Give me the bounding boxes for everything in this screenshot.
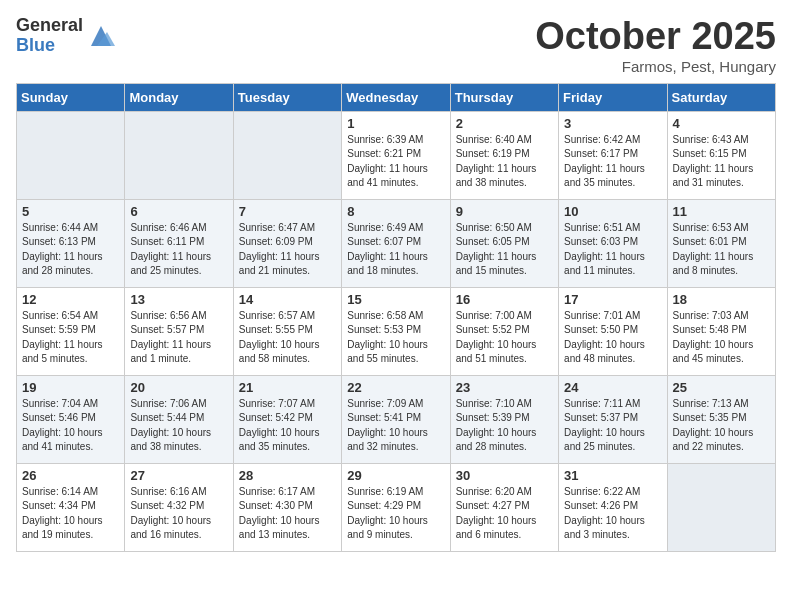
calendar-cell: 27Sunrise: 6:16 AMSunset: 4:32 PMDayligh… [125,463,233,551]
day-info: Sunrise: 6:40 AMSunset: 6:19 PMDaylight:… [456,133,553,191]
column-header-wednesday: Wednesday [342,83,450,111]
day-info: Sunrise: 6:17 AMSunset: 4:30 PMDaylight:… [239,485,336,543]
day-number: 31 [564,468,661,483]
day-info: Sunrise: 6:20 AMSunset: 4:27 PMDaylight:… [456,485,553,543]
day-number: 17 [564,292,661,307]
day-number: 25 [673,380,770,395]
calendar-cell [233,111,341,199]
day-info: Sunrise: 6:39 AMSunset: 6:21 PMDaylight:… [347,133,444,191]
week-row-5: 26Sunrise: 6:14 AMSunset: 4:34 PMDayligh… [17,463,776,551]
calendar-cell [667,463,775,551]
calendar-cell: 29Sunrise: 6:19 AMSunset: 4:29 PMDayligh… [342,463,450,551]
day-number: 23 [456,380,553,395]
day-number: 10 [564,204,661,219]
day-info: Sunrise: 6:47 AMSunset: 6:09 PMDaylight:… [239,221,336,279]
calendar-cell: 10Sunrise: 6:51 AMSunset: 6:03 PMDayligh… [559,199,667,287]
day-number: 19 [22,380,119,395]
day-number: 14 [239,292,336,307]
day-info: Sunrise: 7:13 AMSunset: 5:35 PMDaylight:… [673,397,770,455]
day-number: 28 [239,468,336,483]
calendar-table: SundayMondayTuesdayWednesdayThursdayFrid… [16,83,776,552]
day-info: Sunrise: 6:50 AMSunset: 6:05 PMDaylight:… [456,221,553,279]
day-info: Sunrise: 6:57 AMSunset: 5:55 PMDaylight:… [239,309,336,367]
day-number: 27 [130,468,227,483]
calendar-cell: 18Sunrise: 7:03 AMSunset: 5:48 PMDayligh… [667,287,775,375]
day-info: Sunrise: 6:54 AMSunset: 5:59 PMDaylight:… [22,309,119,367]
day-info: Sunrise: 6:58 AMSunset: 5:53 PMDaylight:… [347,309,444,367]
column-header-thursday: Thursday [450,83,558,111]
calendar-cell: 26Sunrise: 6:14 AMSunset: 4:34 PMDayligh… [17,463,125,551]
day-info: Sunrise: 6:42 AMSunset: 6:17 PMDaylight:… [564,133,661,191]
day-number: 1 [347,116,444,131]
day-info: Sunrise: 6:16 AMSunset: 4:32 PMDaylight:… [130,485,227,543]
calendar-cell: 12Sunrise: 6:54 AMSunset: 5:59 PMDayligh… [17,287,125,375]
day-number: 29 [347,468,444,483]
day-number: 6 [130,204,227,219]
day-info: Sunrise: 7:00 AMSunset: 5:52 PMDaylight:… [456,309,553,367]
week-row-2: 5Sunrise: 6:44 AMSunset: 6:13 PMDaylight… [17,199,776,287]
calendar-cell: 4Sunrise: 6:43 AMSunset: 6:15 PMDaylight… [667,111,775,199]
header-row: SundayMondayTuesdayWednesdayThursdayFrid… [17,83,776,111]
calendar-cell: 9Sunrise: 6:50 AMSunset: 6:05 PMDaylight… [450,199,558,287]
calendar-cell: 21Sunrise: 7:07 AMSunset: 5:42 PMDayligh… [233,375,341,463]
day-number: 2 [456,116,553,131]
logo-text: General Blue [16,16,83,56]
calendar-cell: 16Sunrise: 7:00 AMSunset: 5:52 PMDayligh… [450,287,558,375]
calendar-cell: 2Sunrise: 6:40 AMSunset: 6:19 PMDaylight… [450,111,558,199]
day-info: Sunrise: 6:56 AMSunset: 5:57 PMDaylight:… [130,309,227,367]
day-info: Sunrise: 7:01 AMSunset: 5:50 PMDaylight:… [564,309,661,367]
day-number: 11 [673,204,770,219]
day-info: Sunrise: 6:19 AMSunset: 4:29 PMDaylight:… [347,485,444,543]
day-number: 21 [239,380,336,395]
calendar-cell: 28Sunrise: 6:17 AMSunset: 4:30 PMDayligh… [233,463,341,551]
day-info: Sunrise: 7:04 AMSunset: 5:46 PMDaylight:… [22,397,119,455]
calendar-cell: 5Sunrise: 6:44 AMSunset: 6:13 PMDaylight… [17,199,125,287]
column-header-sunday: Sunday [17,83,125,111]
calendar-cell: 22Sunrise: 7:09 AMSunset: 5:41 PMDayligh… [342,375,450,463]
column-header-friday: Friday [559,83,667,111]
day-info: Sunrise: 7:11 AMSunset: 5:37 PMDaylight:… [564,397,661,455]
calendar-cell: 3Sunrise: 6:42 AMSunset: 6:17 PMDaylight… [559,111,667,199]
day-number: 20 [130,380,227,395]
day-number: 12 [22,292,119,307]
calendar-cell: 30Sunrise: 6:20 AMSunset: 4:27 PMDayligh… [450,463,558,551]
calendar-cell [17,111,125,199]
day-number: 24 [564,380,661,395]
day-info: Sunrise: 7:07 AMSunset: 5:42 PMDaylight:… [239,397,336,455]
logo-general: General [16,16,83,36]
column-header-tuesday: Tuesday [233,83,341,111]
day-number: 5 [22,204,119,219]
logo-icon [87,22,115,50]
calendar-cell: 14Sunrise: 6:57 AMSunset: 5:55 PMDayligh… [233,287,341,375]
day-number: 8 [347,204,444,219]
calendar-cell: 13Sunrise: 6:56 AMSunset: 5:57 PMDayligh… [125,287,233,375]
day-number: 9 [456,204,553,219]
day-number: 18 [673,292,770,307]
calendar-cell: 1Sunrise: 6:39 AMSunset: 6:21 PMDaylight… [342,111,450,199]
month-title: October 2025 [535,16,776,58]
day-number: 7 [239,204,336,219]
calendar-cell: 23Sunrise: 7:10 AMSunset: 5:39 PMDayligh… [450,375,558,463]
day-info: Sunrise: 6:44 AMSunset: 6:13 PMDaylight:… [22,221,119,279]
day-info: Sunrise: 7:06 AMSunset: 5:44 PMDaylight:… [130,397,227,455]
day-info: Sunrise: 6:22 AMSunset: 4:26 PMDaylight:… [564,485,661,543]
column-header-monday: Monday [125,83,233,111]
location: Farmos, Pest, Hungary [535,58,776,75]
day-info: Sunrise: 6:53 AMSunset: 6:01 PMDaylight:… [673,221,770,279]
day-info: Sunrise: 6:46 AMSunset: 6:11 PMDaylight:… [130,221,227,279]
calendar-cell: 25Sunrise: 7:13 AMSunset: 5:35 PMDayligh… [667,375,775,463]
day-number: 22 [347,380,444,395]
page-header: General Blue October 2025 Farmos, Pest, … [16,16,776,75]
calendar-cell: 8Sunrise: 6:49 AMSunset: 6:07 PMDaylight… [342,199,450,287]
calendar-cell: 7Sunrise: 6:47 AMSunset: 6:09 PMDaylight… [233,199,341,287]
day-info: Sunrise: 7:09 AMSunset: 5:41 PMDaylight:… [347,397,444,455]
day-info: Sunrise: 6:49 AMSunset: 6:07 PMDaylight:… [347,221,444,279]
calendar-cell: 11Sunrise: 6:53 AMSunset: 6:01 PMDayligh… [667,199,775,287]
week-row-4: 19Sunrise: 7:04 AMSunset: 5:46 PMDayligh… [17,375,776,463]
logo-blue: Blue [16,36,83,56]
week-row-3: 12Sunrise: 6:54 AMSunset: 5:59 PMDayligh… [17,287,776,375]
calendar-cell: 24Sunrise: 7:11 AMSunset: 5:37 PMDayligh… [559,375,667,463]
day-number: 30 [456,468,553,483]
calendar-cell: 6Sunrise: 6:46 AMSunset: 6:11 PMDaylight… [125,199,233,287]
day-info: Sunrise: 7:03 AMSunset: 5:48 PMDaylight:… [673,309,770,367]
